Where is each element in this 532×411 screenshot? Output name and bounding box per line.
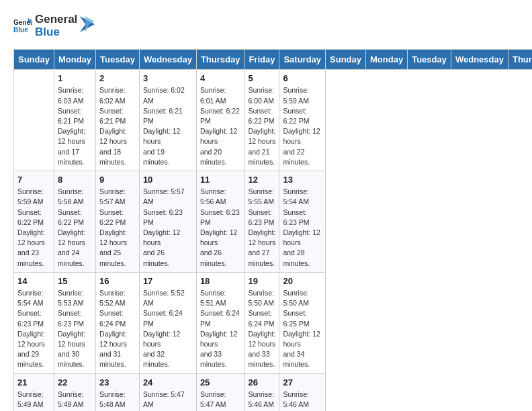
day-number: 24 (143, 377, 193, 387)
calendar-day-cell: 3Sunrise: 6:02 AM Sunset: 6:21 PM Daylig… (139, 70, 196, 171)
day-number: 11 (200, 175, 241, 185)
day-info: Sunrise: 6:03 AM Sunset: 6:21 PM Dayligh… (58, 85, 92, 167)
calendar-day-cell: 17Sunrise: 5:52 AM Sunset: 6:24 PM Dayli… (139, 272, 196, 373)
day-info: Sunrise: 5:50 AM Sunset: 6:25 PM Dayligh… (283, 288, 322, 370)
day-info: Sunrise: 5:57 AM Sunset: 6:23 PM Dayligh… (143, 187, 193, 269)
calendar-day-cell: 4Sunrise: 6:01 AM Sunset: 6:22 PM Daylig… (196, 70, 245, 171)
day-info: Sunrise: 5:49 AM Sunset: 6:25 PM Dayligh… (58, 390, 92, 411)
day-info: Sunrise: 5:57 AM Sunset: 6:22 PM Dayligh… (99, 187, 136, 269)
day-number: 5 (248, 73, 275, 83)
day-info: Sunrise: 5:59 AM Sunset: 6:22 PM Dayligh… (17, 187, 50, 269)
day-info: Sunrise: 6:02 AM Sunset: 6:21 PM Dayligh… (143, 85, 193, 167)
header-wednesday: Wednesday (139, 50, 196, 70)
day-info: Sunrise: 5:55 AM Sunset: 6:23 PM Dayligh… (248, 187, 275, 269)
day-number: 16 (99, 276, 136, 286)
calendar-day-cell: 14Sunrise: 5:54 AM Sunset: 6:23 PM Dayli… (14, 272, 54, 373)
header-monday: Monday (54, 50, 95, 70)
day-info: Sunrise: 5:58 AM Sunset: 6:22 PM Dayligh… (58, 187, 92, 269)
day-number: 7 (17, 175, 50, 185)
calendar-day-cell: 2Sunrise: 6:02 AM Sunset: 6:21 PM Daylig… (96, 70, 140, 171)
empty-cell (14, 70, 54, 171)
logo-arrow-icon (80, 16, 95, 36)
col-header-tuesday: Tuesday (408, 50, 451, 70)
header-saturday: Saturday (279, 50, 326, 70)
day-number: 9 (99, 175, 136, 185)
calendar-day-cell: 18Sunrise: 5:51 AM Sunset: 6:24 PM Dayli… (196, 272, 245, 373)
calendar-day-cell: 9Sunrise: 5:57 AM Sunset: 6:22 PM Daylig… (96, 171, 140, 273)
day-number: 4 (200, 73, 241, 83)
calendar-day-cell: 26Sunrise: 5:46 AM Sunset: 6:26 PM Dayli… (245, 373, 279, 411)
header-friday: Friday (245, 50, 279, 70)
day-number: 22 (58, 377, 92, 387)
calendar-day-cell: 19Sunrise: 5:50 AM Sunset: 6:24 PM Dayli… (245, 272, 279, 373)
calendar-day-cell: 16Sunrise: 5:52 AM Sunset: 6:24 PM Dayli… (96, 272, 140, 373)
day-number: 2 (99, 73, 136, 83)
day-info: Sunrise: 5:50 AM Sunset: 6:24 PM Dayligh… (248, 288, 275, 370)
calendar-day-cell: 10Sunrise: 5:57 AM Sunset: 6:23 PM Dayli… (139, 171, 196, 273)
header-thursday: Thursday (196, 50, 245, 70)
day-number: 26 (248, 377, 275, 387)
calendar-day-cell: 5Sunrise: 6:00 AM Sunset: 6:22 PM Daylig… (245, 70, 279, 171)
day-number: 3 (143, 73, 193, 83)
day-number: 8 (58, 175, 92, 185)
day-number: 21 (17, 377, 50, 387)
col-header-thursday: Thursday (508, 50, 532, 70)
day-info: Sunrise: 5:59 AM Sunset: 6:22 PM Dayligh… (283, 85, 322, 167)
logo-blue-text: Blue (35, 26, 77, 39)
day-number: 23 (99, 377, 136, 387)
page-header: General Blue General Blue (13, 13, 519, 38)
day-info: Sunrise: 5:52 AM Sunset: 6:24 PM Dayligh… (143, 288, 193, 370)
day-info: Sunrise: 6:02 AM Sunset: 6:21 PM Dayligh… (99, 85, 136, 167)
calendar-day-cell: 15Sunrise: 5:53 AM Sunset: 6:23 PM Dayli… (54, 272, 95, 373)
calendar-week-row: 21Sunrise: 5:49 AM Sunset: 6:25 PM Dayli… (14, 373, 533, 411)
day-number: 17 (143, 276, 193, 286)
calendar-day-cell: 11Sunrise: 5:56 AM Sunset: 6:23 PM Dayli… (196, 171, 245, 273)
logo-general-text: General (35, 13, 77, 26)
day-number: 10 (143, 175, 193, 185)
logo-icon: General Blue (13, 17, 32, 36)
calendar-day-cell: 1Sunrise: 6:03 AM Sunset: 6:21 PM Daylig… (54, 70, 95, 171)
calendar-day-cell: 22Sunrise: 5:49 AM Sunset: 6:25 PM Dayli… (54, 373, 95, 411)
calendar-day-cell: 21Sunrise: 5:49 AM Sunset: 6:25 PM Dayli… (14, 373, 54, 411)
day-info: Sunrise: 5:46 AM Sunset: 6:26 PM Dayligh… (248, 390, 275, 411)
day-info: Sunrise: 6:01 AM Sunset: 6:22 PM Dayligh… (200, 85, 241, 167)
logo: General Blue General Blue (13, 13, 95, 38)
calendar-table: SundayMondayTuesdayWednesdayThursdayFrid… (13, 49, 532, 411)
calendar-day-cell: 12Sunrise: 5:55 AM Sunset: 6:23 PM Dayli… (245, 171, 279, 273)
day-info: Sunrise: 5:51 AM Sunset: 6:24 PM Dayligh… (200, 288, 241, 370)
day-number: 14 (17, 276, 50, 286)
day-number: 12 (248, 175, 275, 185)
day-info: Sunrise: 5:49 AM Sunset: 6:25 PM Dayligh… (17, 390, 50, 411)
calendar-day-cell: 27Sunrise: 5:46 AM Sunset: 6:26 PM Dayli… (279, 373, 326, 411)
day-number: 18 (200, 276, 241, 286)
calendar-day-cell: 6Sunrise: 5:59 AM Sunset: 6:22 PM Daylig… (279, 70, 326, 171)
day-number: 13 (283, 175, 322, 185)
day-info: Sunrise: 5:46 AM Sunset: 6:26 PM Dayligh… (283, 390, 322, 411)
day-number: 19 (248, 276, 275, 286)
calendar-day-cell: 23Sunrise: 5:48 AM Sunset: 6:25 PM Dayli… (96, 373, 140, 411)
day-info: Sunrise: 5:54 AM Sunset: 6:23 PM Dayligh… (17, 288, 50, 370)
day-info: Sunrise: 5:56 AM Sunset: 6:23 PM Dayligh… (200, 187, 241, 269)
calendar-day-cell: 13Sunrise: 5:54 AM Sunset: 6:23 PM Dayli… (279, 171, 326, 273)
day-number: 15 (58, 276, 92, 286)
calendar-week-row: 7Sunrise: 5:59 AM Sunset: 6:22 PM Daylig… (14, 171, 533, 273)
day-number: 20 (283, 276, 322, 286)
svg-text:Blue: Blue (13, 26, 28, 34)
calendar-day-cell: 24Sunrise: 5:47 AM Sunset: 6:25 PM Dayli… (139, 373, 196, 411)
col-header-wednesday: Wednesday (451, 50, 508, 70)
col-header-monday: Monday (366, 50, 408, 70)
calendar-header-row: SundayMondayTuesdayWednesdayThursdayFrid… (14, 50, 533, 70)
calendar-day-cell: 20Sunrise: 5:50 AM Sunset: 6:25 PM Dayli… (279, 272, 326, 373)
day-number: 25 (200, 377, 241, 387)
day-info: Sunrise: 5:47 AM Sunset: 6:26 PM Dayligh… (200, 390, 241, 411)
header-sunday: Sunday (14, 50, 54, 70)
day-number: 1 (58, 73, 92, 83)
calendar-day-cell: 7Sunrise: 5:59 AM Sunset: 6:22 PM Daylig… (14, 171, 54, 273)
header-tuesday: Tuesday (96, 50, 140, 70)
day-number: 6 (283, 73, 322, 83)
day-number: 27 (283, 377, 322, 387)
calendar-week-row: 1Sunrise: 6:03 AM Sunset: 6:21 PM Daylig… (14, 70, 533, 171)
day-info: Sunrise: 5:54 AM Sunset: 6:23 PM Dayligh… (283, 187, 322, 269)
calendar-day-cell: 8Sunrise: 5:58 AM Sunset: 6:22 PM Daylig… (54, 171, 95, 273)
day-info: Sunrise: 6:00 AM Sunset: 6:22 PM Dayligh… (248, 85, 275, 167)
